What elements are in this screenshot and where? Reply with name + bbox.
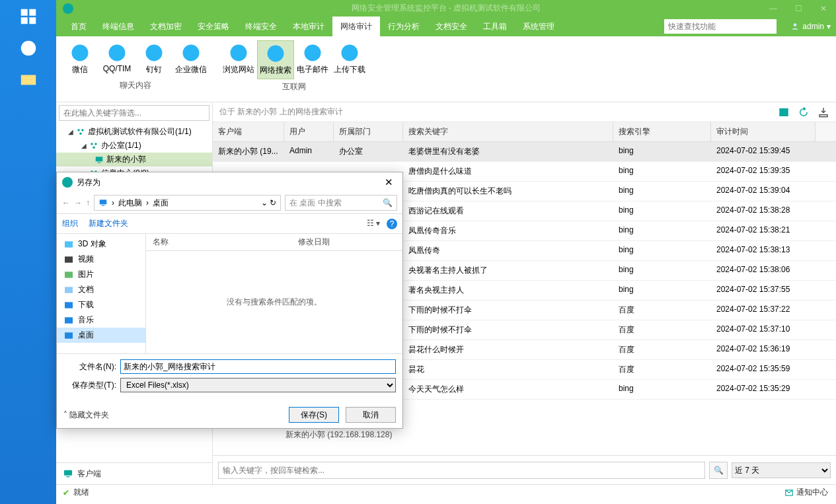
svg-rect-25 [64, 470, 72, 476]
ribbon-item-企业微信[interactable]: 企业微信 [172, 40, 209, 78]
column-header[interactable]: 用户 [284, 122, 334, 141]
menu-item-行为分析[interactable]: 行为分析 [380, 17, 428, 37]
pc-icon [98, 198, 108, 207]
ribbon: 微信QQ/TIM钉钉企业微信 聊天内容 浏览网站网络搜索电子邮件上传下载 互联网 [56, 36, 836, 102]
svg-point-14 [77, 129, 80, 131]
column-header[interactable]: 搜索关键字 [403, 122, 613, 141]
nav-forward-button[interactable]: → [74, 198, 82, 207]
menu-item-首页[interactable]: 首页 [63, 17, 95, 37]
window-minimize-button[interactable]: — [761, 4, 786, 13]
sidebar-item-3D 对象[interactable]: 3D 对象 [57, 236, 145, 252]
refresh-icon[interactable] [798, 106, 810, 118]
column-header[interactable]: 搜索引擎 [613, 122, 711, 141]
menu-item-文档安全[interactable]: 文档安全 [428, 17, 475, 37]
column-header[interactable]: 所属部门 [334, 122, 403, 141]
nav-up-button[interactable]: ↑ [86, 198, 90, 207]
breadcrumb: 位于 新来的小郭 上的网络搜索审计 [213, 102, 836, 122]
hide-folders-link[interactable]: ˄ 隐藏文件夹 [63, 410, 109, 421]
column-header[interactable]: 客户端 [213, 122, 284, 141]
menu-item-系统管理[interactable]: 系统管理 [515, 17, 562, 37]
sidebar-item-下载[interactable]: 下载 [57, 297, 145, 312]
svg-rect-34 [65, 287, 73, 293]
ribbon-item-电子邮件[interactable]: 电子邮件 [294, 40, 331, 79]
dialog-title: 另存为 [77, 177, 381, 188]
monitor-icon [63, 468, 73, 479]
svg-point-4 [20, 41, 36, 56]
desktop-taskbar [0, 0, 56, 504]
sidebar-item-桌面[interactable]: 桌面 [57, 328, 145, 343]
sidebar-item-音乐[interactable]: 音乐 [57, 312, 145, 328]
table-row[interactable]: 新来的小郭 (19...Admin办公室老婆饼里有没有老婆bing2024-07… [213, 142, 836, 162]
svg-point-15 [81, 129, 84, 131]
menu-item-文档加密[interactable]: 文档加密 [142, 17, 190, 37]
svg-point-6 [72, 45, 89, 61]
dialog-search-input[interactable]: 在 桌面 中搜索🔍 [285, 195, 397, 211]
ribbon-item-网络搜索[interactable]: 网络搜索 [257, 40, 294, 79]
path-bar[interactable]: ›此电脑›桌面 ⌄ ↻ [94, 195, 281, 211]
dialog-close-button[interactable]: ✕ [381, 176, 397, 188]
view-mode-button[interactable]: ☷ ▾ [367, 219, 380, 229]
keyword-filter-input[interactable] [218, 462, 705, 479]
panel-icon[interactable] [778, 106, 790, 118]
window-close-button[interactable]: ✕ [811, 4, 836, 13]
empty-message: 没有与搜索条件匹配的项。 [146, 251, 402, 353]
svg-point-9 [183, 45, 200, 61]
help-icon[interactable]: ? [387, 219, 397, 229]
notification-center-link[interactable]: 通知中心 [784, 487, 828, 498]
menu-item-网络审计[interactable]: 网络审计 [332, 17, 380, 37]
window-maximize-button[interactable]: ☐ [786, 4, 811, 13]
tree-search-input[interactable] [59, 105, 209, 121]
status-text: 就绪 [73, 487, 89, 498]
ribbon-item-上传下载[interactable]: 上传下载 [331, 40, 368, 79]
time-range-select[interactable]: 近 7 天 [732, 462, 831, 478]
ribbon-item-微信[interactable]: 微信 [61, 40, 98, 78]
sidebar-item-视频[interactable]: 视频 [57, 252, 145, 267]
export-icon[interactable] [817, 106, 829, 118]
client-tab-label: 客户端 [77, 468, 101, 480]
filename-input[interactable] [120, 359, 396, 374]
mail-icon [784, 488, 794, 497]
new-folder-button[interactable]: 新建文件夹 [89, 218, 128, 229]
save-button[interactable]: 保存(S) [289, 407, 339, 423]
ribbon-item-钉钉[interactable]: 钉钉 [135, 40, 172, 78]
ribbon-item-QQ/TIM[interactable]: QQ/TIM [98, 40, 135, 78]
nav-back-button[interactable]: ← [62, 198, 70, 207]
svg-point-12 [305, 45, 321, 61]
svg-rect-1 [29, 9, 36, 16]
col-date[interactable]: 修改日期 [298, 236, 330, 248]
ribbon-group-internet: 浏览网站网络搜索电子邮件上传下载 互联网 [215, 40, 373, 100]
svg-rect-30 [102, 205, 105, 206]
user-menu[interactable]: admin▾ [790, 22, 831, 31]
svg-point-18 [95, 143, 97, 145]
svg-point-16 [79, 132, 82, 135]
svg-point-11 [268, 46, 284, 62]
filetype-select[interactable]: Excel Files(*.xlsx) [120, 378, 396, 392]
client-tab[interactable]: 客户端 [56, 462, 212, 484]
tree-node[interactable]: ◢办公室(1/1) [56, 139, 212, 153]
dialog-icon [62, 177, 73, 188]
sidebar-item-图片[interactable]: 图片 [57, 267, 145, 282]
menu-item-终端信息[interactable]: 终端信息 [95, 17, 142, 37]
menu-item-本地审计[interactable]: 本地审计 [285, 17, 332, 37]
quick-search-input[interactable] [664, 19, 777, 34]
menu-item-终端安全[interactable]: 终端安全 [237, 17, 285, 37]
sidebar-item-文档[interactable]: 文档 [57, 282, 145, 297]
svg-rect-2 [20, 17, 27, 24]
save-as-dialog: 另存为 ✕ ← → ↑ ›此电脑›桌面 ⌄ ↻ 在 桌面 中搜索🔍 组织 新建文… [56, 172, 403, 429]
menu-item-工具箱[interactable]: 工具箱 [475, 17, 515, 37]
column-header[interactable]: 审计时间 [711, 122, 816, 141]
keyword-search-button[interactable]: 🔍 [709, 462, 728, 479]
tree-node[interactable]: ◢虚拟机测试软件有限公司(1/1) [56, 125, 212, 139]
svg-point-10 [231, 45, 247, 61]
cancel-button[interactable]: 取消 [346, 407, 396, 423]
svg-rect-35 [65, 302, 73, 308]
ribbon-item-浏览网站[interactable]: 浏览网站 [220, 40, 257, 79]
ribbon-group-internet-label: 互联网 [282, 81, 306, 92]
menu-item-安全策略[interactable]: 安全策略 [190, 17, 237, 37]
col-name[interactable]: 名称 [153, 236, 298, 248]
menubar: 首页终端信息文档加密安全策略终端安全本地审计网络审计行为分析文档安全工具箱系统管… [56, 17, 836, 36]
svg-rect-32 [65, 256, 73, 262]
organize-menu[interactable]: 组织 [62, 218, 78, 229]
svg-rect-20 [96, 157, 103, 161]
tree-node[interactable]: 新来的小郭 [56, 153, 212, 166]
